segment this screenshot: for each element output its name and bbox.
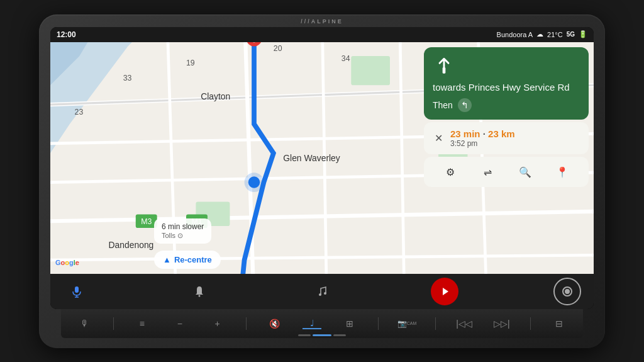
screen: 12:00 Bundoora A ☁ 21°C 5G 🔋 [50, 27, 594, 309]
svg-text:Dandenong: Dandenong [109, 240, 154, 250]
map-area[interactable]: Clayton Glen Waverley Dandenong M3 M1 M4… [50, 42, 594, 274]
svg-text:33: 33 [123, 73, 132, 82]
navigate-icon: ▲ [163, 255, 171, 264]
svg-text:20: 20 [274, 44, 282, 53]
record-button[interactable] [553, 278, 581, 305]
location-text: Bundoora A [497, 31, 533, 38]
svg-text:19: 19 [186, 59, 195, 67]
then-turn-icon: ↰ [458, 98, 472, 112]
hw-music-button[interactable]: ♩ [303, 318, 321, 329]
search-button[interactable]: 🔍 [515, 162, 535, 182]
svg-text:Glen Waverley: Glen Waverley [283, 152, 340, 162]
status-bar: 12:00 Bundoora A ☁ 21°C 5G 🔋 [50, 27, 594, 42]
map-background: Clayton Glen Waverley Dandenong M3 M1 M4… [50, 42, 594, 274]
hw-grid-button[interactable]: ⊞ [340, 319, 359, 329]
svg-point-43 [199, 295, 201, 297]
then-row: Then ↰ [433, 98, 580, 112]
hw-cam-button[interactable]: 📷CAM [397, 319, 417, 328]
battery-icon: 🔋 [579, 30, 587, 38]
google-logo: Google [55, 259, 79, 266]
clock: 12:00 [57, 30, 76, 39]
network-indicator: 5G [567, 31, 575, 38]
hw-plus-button[interactable]: + [208, 319, 227, 329]
svg-text:M3: M3 [380, 42, 391, 43]
music-button[interactable] [308, 278, 336, 305]
divider-2 [246, 317, 247, 330]
nav-info-card[interactable]: ✕ 23 min · 23 km 3:52 pm [424, 122, 589, 154]
then-label: Then [433, 100, 453, 110]
direction-text: towards Princes Hwy Service Rd [433, 81, 580, 94]
slider-indicator [298, 334, 346, 336]
svg-marker-46 [443, 288, 448, 295]
svg-point-48 [565, 289, 570, 294]
duration-distance: 23 min · 23 km [450, 128, 581, 139]
svg-text:34: 34 [341, 54, 350, 62]
svg-point-38 [245, 173, 264, 192]
svg-point-45 [324, 292, 326, 295]
svg-rect-39 [443, 67, 446, 73]
hw-mute-button[interactable]: 🔇 [265, 319, 284, 329]
slide-2 [313, 334, 331, 336]
eta-info: 23 min · 23 km 3:52 pm [445, 128, 581, 148]
hw-mic-button[interactable]: 🎙 [75, 319, 94, 329]
svg-text:23: 23 [75, 107, 84, 116]
settings-button[interactable]: ⚙ [440, 162, 460, 182]
slide-1 [298, 334, 311, 336]
arrival-time: 3:52 pm [450, 139, 581, 148]
hw-next-button[interactable]: ▷▷| [492, 319, 511, 329]
slide-3 [333, 334, 346, 336]
notifications-button[interactable] [186, 278, 213, 305]
svg-rect-40 [75, 286, 79, 293]
close-button[interactable]: ✕ [431, 132, 445, 145]
divider-5 [530, 317, 531, 330]
svg-rect-12 [351, 56, 390, 85]
direction-arrow [433, 55, 455, 77]
nav-controls: ⚙ ⇌ 🔍 📍 [424, 157, 589, 187]
divider-1 [113, 317, 114, 330]
direction-card[interactable]: towards Princes Hwy Service Rd Then ↰ [424, 47, 589, 120]
android-auto-bar [50, 274, 594, 309]
hw-prev-button[interactable]: |◁◁ [455, 319, 474, 329]
hw-power-button[interactable]: ⊟ [550, 319, 569, 329]
hw-menu-button[interactable]: ≡ [133, 319, 152, 329]
weather-icon: ☁ [536, 30, 543, 38]
nav-info-row: ✕ 23 min · 23 km 3:52 pm [431, 128, 581, 148]
microphone-button[interactable] [63, 278, 91, 305]
hardware-strip: 🎙 ≡ − + 🔇 ♩ ⊞ 📷CAM |◁◁ ▷▷| ⊟ [61, 309, 582, 338]
svg-text:Clayton: Clayton [201, 91, 230, 101]
slower-badge: 6 min slower Tolls ⊙ [154, 218, 211, 244]
svg-text:M3: M3 [141, 217, 152, 225]
route-options-button[interactable]: ⇌ [477, 162, 497, 182]
hw-minus-button[interactable]: − [170, 319, 189, 329]
brand-logo: ///ALPINE [301, 18, 343, 25]
location-button[interactable]: 📍 [552, 162, 572, 182]
svg-point-44 [319, 293, 321, 296]
play-button[interactable] [431, 278, 458, 305]
navigation-panel: towards Princes Hwy Service Rd Then ↰ ✕ [424, 42, 594, 274]
device-frame: ///ALPINE 12:00 Bundoora A ☁ 21°C 5G 🔋 [39, 14, 605, 348]
divider-3 [378, 317, 379, 330]
recentre-button[interactable]: ▲ Re-centre [154, 251, 221, 269]
divider-4 [435, 317, 436, 330]
temperature: 21°C [547, 31, 563, 38]
status-right: Bundoora A ☁ 21°C 5G 🔋 [497, 30, 587, 38]
